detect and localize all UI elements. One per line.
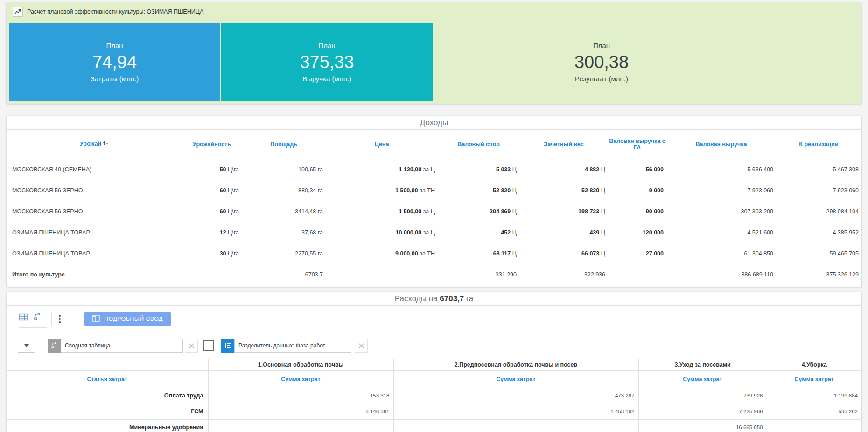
pivot-settings-toolbar (7, 339, 861, 353)
yield-cell: 30 Ц\га (182, 243, 242, 264)
kpi-panel: Расчет плановой эффективности культуры: … (7, 2, 861, 104)
income-table-row[interactable]: МОСКОВСКАЯ 56 ЗЕРНО 60 Ц\га 880,34 га 1 … (7, 180, 861, 201)
revenue-per-ha-cell: 120 000 (608, 222, 666, 243)
net-weight-cell: 439 Ц (519, 222, 608, 243)
pivot-row[interactable]: ГСМ 3 146 361 1 453 192 7 225 966 533 28… (7, 404, 861, 419)
gross-revenue-cell: 307 303 200 (666, 201, 776, 222)
total-yield-cell (182, 264, 242, 285)
pivot-row[interactable]: Минеральные удобрения - - 16 665 050 - (7, 419, 861, 432)
area-cell: 100,65 га (242, 159, 326, 180)
total-to-sale-cell: 375 326 129 (776, 264, 861, 285)
remove-pivot-table-button[interactable] (185, 339, 198, 353)
kpi-plan-label: План (106, 42, 123, 50)
pivot-sum-header[interactable]: Сумма затрат (393, 370, 638, 388)
column-header-area[interactable]: Площадь (242, 130, 326, 159)
cost-value: - (393, 419, 638, 432)
column-header-to-sale[interactable]: К реализации (776, 130, 861, 159)
column-header-gross-revenue[interactable]: Валовая выручка (666, 130, 776, 159)
sort-ascending-icon (103, 141, 109, 148)
area-cell: 3414,48 га (242, 201, 326, 222)
net-weight-cell: 66 073 Ц (519, 243, 608, 264)
cost-value: 153 318 (208, 388, 393, 404)
to-sale-cell: 5 467 308 (776, 159, 861, 180)
pivot-sum-header[interactable]: Сумма затрат (638, 370, 767, 388)
kpi-label: Выручка (млн.) (302, 75, 351, 83)
layout-window-icon (92, 315, 100, 323)
income-table-row[interactable]: ОЗИМАЯ ПШЕНИЦА ТОВАР 30 Ц\га 2270,55 га … (7, 243, 861, 264)
expenses-pivot-table: 1.Основная обработка почвы 2.Предпосевна… (7, 359, 861, 432)
income-total-row: Итого по культуре 6703,7 331 290 322 936… (7, 264, 861, 285)
cost-value: 16 665 050 (638, 419, 767, 432)
column-header-yield[interactable]: Урожайность (182, 130, 242, 159)
line-chart-icon (13, 7, 23, 17)
gross-cell: 204 869 Ц (438, 201, 519, 222)
to-sale-cell: 298 084 104 (776, 201, 861, 222)
data-separator-checkbox[interactable] (203, 340, 214, 351)
cost-value: 1 453 192 (393, 404, 638, 419)
kpi-card-revenue: План 375,33 Выручка (млн.) (221, 23, 433, 101)
data-separator-field-group (221, 339, 351, 353)
data-separator-icon (221, 339, 234, 353)
income-table-row[interactable]: МОСКОВСКАЯ 40 (СЕМЕНА) 50 Ц\га 100,65 га… (7, 159, 861, 180)
pivot-table-field[interactable] (61, 339, 183, 353)
area-cell: 2270,55 га (242, 243, 326, 264)
expenses-toolbar: ПОДРОБНЫЙ СВОД (7, 306, 861, 332)
income-table: Урожай Урожайность Площадь Цена Валовый … (7, 130, 861, 285)
column-header-net-weight[interactable]: Зачетный вес (519, 130, 608, 159)
pivot-group-header: 2.Предпосевная обработка почвы и посев (393, 359, 638, 370)
kpi-cards-row: План 74,94 Затраты (млн.) План 375,33 Вы… (9, 23, 859, 101)
cost-value: - (767, 419, 861, 432)
kpi-card-result: План 300,38 Результат (млн.) (433, 23, 859, 101)
remove-data-separator-button[interactable] (355, 339, 368, 353)
price-cell: 1 500,00 за ТН (326, 180, 438, 201)
area-cell: 880,34 га (242, 180, 326, 201)
cost-value: - (208, 419, 393, 432)
expenses-panel: Расходы на 6703,7 га ПОДРОБНЫЙ СВОД (7, 292, 861, 432)
close-icon (359, 343, 364, 348)
pivot-sum-header[interactable]: Сумма затрат (767, 370, 861, 388)
page-title: Расчет плановой эффективности культуры: … (27, 8, 203, 15)
column-header-revenue-per-ha[interactable]: Валовая выручка с ГА (608, 130, 666, 159)
data-separator-field[interactable] (234, 339, 351, 353)
column-header-crop[interactable]: Урожай (7, 130, 182, 159)
collapse-dropdown-button[interactable] (18, 339, 35, 353)
crop-name: МОСКОВСКАЯ 56 ЗЕРНО (7, 201, 182, 222)
chevron-down-icon (24, 344, 29, 347)
column-header-gross[interactable]: Валовый сбор (438, 130, 519, 159)
income-table-row[interactable]: МОСКОВСКАЯ 56 ЗЕРНО 60 Ц\га 3414,48 га 1… (7, 201, 861, 222)
cost-value: 473 287 (393, 388, 638, 404)
toolbar-separator (68, 312, 68, 326)
gross-cell: 68 117 Ц (438, 243, 519, 264)
cost-item-label: Оплата труда (7, 388, 208, 404)
crop-name: ОЗИМАЯ ПШЕНИЦА ТОВАР (7, 222, 182, 243)
cost-value: 3 146 361 (208, 404, 393, 419)
revenue-per-ha-cell: 27 000 (608, 243, 666, 264)
kpi-value: 300,38 (574, 51, 629, 73)
pivot-sum-header[interactable]: Сумма затрат (208, 370, 393, 388)
column-header-price[interactable]: Цена (326, 130, 438, 159)
more-options-kebab-icon[interactable] (56, 315, 63, 323)
income-header-row: Урожай Урожайность Площадь Цена Валовый … (7, 130, 861, 159)
pivot-view-icon[interactable] (33, 312, 42, 324)
crop-name: ОЗИМАЯ ПШЕНИЦА ТОВАР (7, 243, 182, 264)
yield-cell: 50 Ц\га (182, 159, 242, 180)
table-view-icon[interactable] (19, 312, 28, 324)
pivot-table-field-group (48, 339, 183, 353)
kpi-plan-label: План (318, 42, 335, 50)
detailed-summary-button[interactable]: ПОДРОБНЫЙ СВОД (84, 312, 171, 326)
pivot-row-header[interactable]: Статья затрат (7, 370, 208, 388)
kpi-label: Затраты (млн.) (91, 75, 139, 83)
price-cell: 9 000,00 за ТН (326, 243, 438, 264)
pivot-row[interactable]: Оплата труда 153 318 473 287 739 928 1 1… (7, 388, 861, 404)
yield-cell: 12 Ц\га (182, 222, 242, 243)
expenses-total-area: 6703,7 (440, 294, 464, 303)
close-icon (189, 343, 194, 348)
revenue-per-ha-cell: 90 000 (608, 201, 666, 222)
to-sale-cell: 7 923 060 (776, 180, 861, 201)
yield-cell: 60 Ц\га (182, 201, 242, 222)
income-table-row[interactable]: ОЗИМАЯ ПШЕНИЦА ТОВАР 12 Ц\га 37,68 га 10… (7, 222, 861, 243)
pivot-group-header: 3.Уход за посевами (638, 359, 767, 370)
toolbar-icon-group (19, 311, 47, 328)
cost-item-label: ГСМ (7, 404, 208, 419)
crop-name: МОСКОВСКАЯ 40 (СЕМЕНА) (7, 159, 182, 180)
